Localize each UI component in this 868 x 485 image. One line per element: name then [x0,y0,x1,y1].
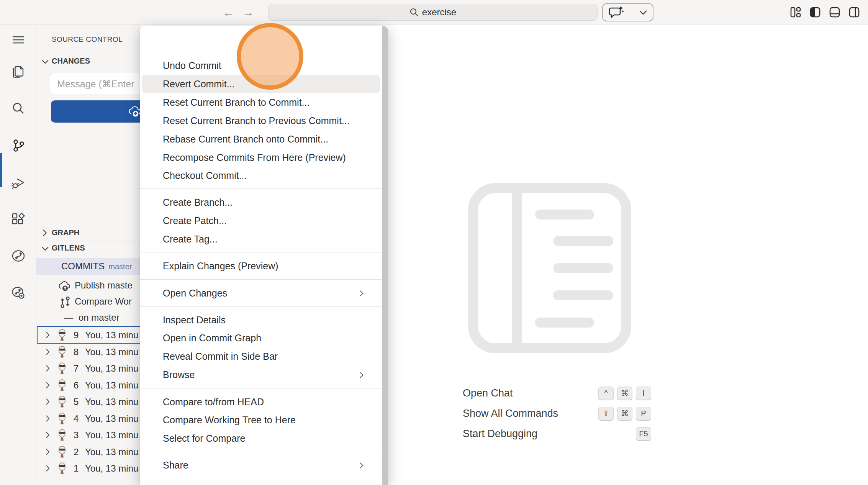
chevron-right-icon[interactable] [43,229,47,236]
chat-sparkle-icon [608,5,624,20]
files-icon[interactable] [11,65,25,79]
cloud-upload-icon [57,280,72,292]
debug-icon[interactable] [11,176,25,190]
submenu-chevron-icon [360,462,364,469]
commit-row[interactable]: 7 You, 13 minu [36,360,140,377]
menu-item-inspect-details[interactable]: Inspect Details [140,311,382,329]
menu-item-copy[interactable]: Copy [140,483,382,485]
toggle-secondary-sidebar-icon[interactable] [848,7,860,18]
menu-item-compare-to-from-head[interactable]: Compare to/from HEAD [140,393,382,411]
chevron-right-icon[interactable] [46,398,50,405]
section-graph[interactable]: GRAPH [52,228,79,237]
menu-item-explain-changes[interactable]: Explain Changes (Preview) [140,257,382,275]
menu-item-reset-branch-to-commit[interactable]: Reset Current Branch to Commit... [140,93,382,111]
menu-item-share[interactable]: Share [140,456,382,474]
gitlens-icon[interactable] [11,249,25,263]
chevron-right-icon[interactable] [46,432,50,438]
menu-item-revert-commit[interactable]: Revert Commit... [140,75,382,93]
gitlens-compare-row[interactable]: Compare Wor [36,294,140,310]
menu-item-open-in-commit-graph[interactable]: Open in Commit Graph [140,329,382,347]
vscode-window: Open Chat ^ ⌘ I Show All Commands ⇧ ⌘ P … [0,0,868,485]
compare-row-label: Compare Wor [75,296,132,307]
menu-item-compare-working-tree[interactable]: Compare Working Tree to Here [140,411,382,429]
menu-item-create-tag[interactable]: Create Tag... [140,230,382,248]
menu-scrollbar[interactable] [382,26,388,485]
commit-number: 4 [74,413,79,424]
commit-row[interactable]: 6 You, 13 minu [36,377,140,393]
forward-arrow-icon[interactable]: → [241,5,255,19]
gitlens-inspect-icon[interactable] [11,286,25,300]
gitlens-publish-row[interactable]: Publish maste [36,278,140,293]
keycap-f5: F5 [636,427,651,441]
commit-message-input[interactable] [50,73,140,95]
toggle-primary-sidebar-icon[interactable] [809,7,821,18]
extensions-icon[interactable] [11,212,25,226]
command-center-search[interactable]: exercise [268,4,598,21]
menu-item-reset-branch-to-previous-commit[interactable]: Reset Current Branch to Previous Commit.… [140,111,382,130]
chevron-down-icon[interactable] [42,60,49,64]
menu-item-open-changes[interactable]: Open Changes [140,284,382,302]
commit-number: 1 [74,463,79,474]
menu-item-recompose-commits[interactable]: Recompose Commits From Here (Preview) [140,148,382,167]
search-icon[interactable] [11,102,25,116]
keycap-i: I [636,387,651,400]
shortcut-row: Start Debugging F5 [463,426,651,441]
commit-row[interactable]: 9 You, 13 minu [36,327,140,343]
chevron-right-icon[interactable] [46,415,50,422]
commit-row[interactable]: 3 You, 13 minu [36,427,140,443]
menu-item-create-patch[interactable]: Create Patch... [140,211,382,230]
chevron-right-icon[interactable] [46,382,50,388]
commit-author-time: You, 13 minu [85,447,138,457]
commit-author-time: You, 13 minu [85,430,138,441]
copilot-chat-button[interactable] [602,3,653,21]
commit-context-menu: Undo Commit Revert Commit... Reset Curre… [140,26,388,485]
commit-row[interactable]: 4 You, 13 minu [36,410,140,427]
menu-item-checkout-commit[interactable]: Checkout Commit... [140,166,382,185]
back-arrow-icon[interactable]: ← [221,5,235,19]
hamburger-menu-icon[interactable] [11,33,25,47]
divider [36,241,140,241]
commit-author-time: You, 13 minu [85,363,138,374]
commit-number: 2 [74,447,79,457]
shortcut-row: Open Chat ^ ⌘ I [463,385,651,401]
shortcut-label: Start Debugging [463,428,636,440]
menu-item-reveal-commit-in-side-bar[interactable]: Reveal Commit in Side Bar [140,347,382,365]
avatar [57,329,67,341]
section-changes[interactable]: CHANGES [52,57,90,66]
commit-number: 8 [74,347,79,357]
commit-number: 9 [74,330,79,341]
active-view-indicator [0,153,2,187]
avatar [57,413,67,425]
commit-row[interactable]: 1 You, 13 minu [36,460,140,477]
commit-row[interactable]: 8 You, 13 minu [36,344,140,360]
menu-separator [140,252,382,252]
menu-item-rebase-branch-onto-commit[interactable]: Rebase Current Branch onto Commit... [140,130,382,148]
gitlens-on-branch-row[interactable]: — on master [36,310,140,326]
chevron-right-icon[interactable] [46,365,50,372]
gitlens-commits-row[interactable]: COMMITSmaster [36,258,140,275]
avatar [57,379,67,392]
keycap-ctrl: ^ [598,387,614,400]
shortcut-row: Show All Commands ⇧ ⌘ P [463,406,651,421]
keycap-cmd: ⌘ [617,407,632,420]
publish-branch-button[interactable]: Pu [51,100,140,123]
menu-item-undo-commit[interactable]: Undo Commit [140,56,382,75]
toggle-panel-icon[interactable] [829,7,840,18]
chevron-down-icon[interactable] [639,10,647,15]
section-gitlens[interactable]: GITLENS [52,244,85,252]
avatar [57,362,67,375]
chevron-down-icon[interactable] [42,247,49,251]
chevron-right-icon[interactable] [46,465,50,472]
source-control-sidebar: SOURCE CONTROL CHANGES Pu GRAPH GITLENS … [36,25,140,485]
menu-item-browse[interactable]: Browse [140,365,382,384]
customize-layout-icon[interactable] [790,7,801,18]
menu-item-select-for-compare[interactable]: Select for Compare [140,429,382,447]
source-control-icon[interactable] [11,139,25,152]
commit-row[interactable]: 5 You, 13 minu [36,393,140,410]
chevron-right-icon[interactable] [46,349,50,355]
commit-row[interactable]: 2 You, 13 minu [36,444,140,460]
commit-author-time: You, 13 minu [85,397,138,407]
chevron-right-icon[interactable] [46,449,50,455]
menu-item-create-branch[interactable]: Create Branch... [140,193,382,211]
chevron-right-icon[interactable] [46,332,50,338]
